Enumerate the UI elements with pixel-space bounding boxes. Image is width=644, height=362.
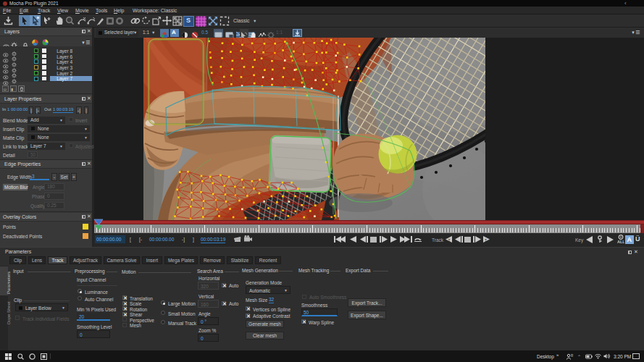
svg-text:ALL: ALL — [617, 240, 624, 244]
svg-text:R: R — [571, 354, 574, 358]
